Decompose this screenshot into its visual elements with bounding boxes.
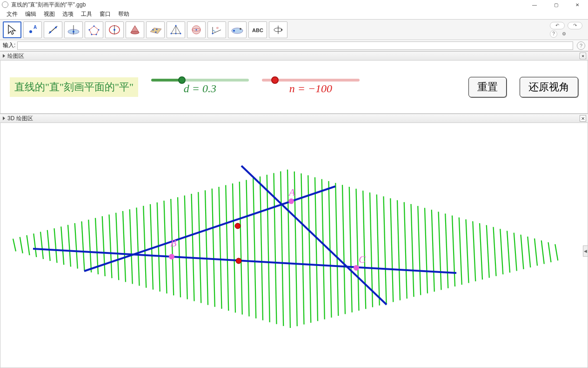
- graphics-view[interactable]: 直线的"直"刻画平面的"平" d = 0.3 n = −100 重置 还原视角: [0, 61, 588, 114]
- tool-circle[interactable]: [85, 21, 103, 38]
- tool-pyramid[interactable]: [167, 21, 185, 38]
- svg-text:α: α: [216, 26, 219, 30]
- heading-text: 直线的"直"刻画平面的"平": [10, 77, 138, 97]
- minimize-button[interactable]: —: [524, 0, 545, 9]
- tool-angle[interactable]: α: [207, 21, 226, 38]
- cursor-icon: [7, 24, 18, 35]
- collapse-icon: [3, 116, 5, 120]
- menu-window[interactable]: 窗口: [97, 9, 114, 19]
- slider-d[interactable]: d = 0.3: [151, 79, 249, 95]
- label-B: B: [170, 237, 176, 249]
- menu-options[interactable]: 选项: [60, 9, 76, 19]
- tool-move[interactable]: [3, 21, 21, 38]
- svg-point-11: [96, 34, 97, 35]
- point-mid-BC[interactable]: [236, 258, 241, 264]
- svg-point-17: [131, 31, 139, 34]
- restore-view-button[interactable]: 还原视角: [520, 77, 578, 97]
- svg-line-93: [404, 202, 407, 299]
- svg-line-85: [349, 187, 352, 313]
- svg-line-106: [494, 227, 496, 276]
- tool-text[interactable]: ABC: [248, 21, 267, 38]
- slider-n-track[interactable]: [262, 79, 360, 82]
- svg-point-0: [29, 30, 32, 33]
- graphics3d-panel-title: 3D 绘图区: [7, 115, 33, 123]
- menu-help[interactable]: 帮助: [115, 9, 132, 19]
- graphics-panel-close[interactable]: ✕: [580, 53, 586, 59]
- graphics3d-panel-header[interactable]: 3D 绘图区 ✕: [0, 114, 588, 123]
- tool-sphere[interactable]: [187, 21, 206, 38]
- slider-d-thumb[interactable]: [178, 76, 186, 84]
- svg-line-112: [535, 239, 537, 266]
- slider-n-thumb[interactable]: [271, 76, 279, 84]
- svg-text:A: A: [33, 25, 37, 30]
- svg-line-52: [123, 211, 126, 282]
- input-field[interactable]: [17, 41, 573, 50]
- graphics3d-view[interactable]: A B C ◀: [0, 123, 588, 368]
- svg-line-79: [308, 175, 311, 323]
- svg-point-27: [196, 29, 197, 30]
- svg-line-47: [88, 220, 91, 273]
- point-C[interactable]: [354, 265, 359, 271]
- tool-rotate-view[interactable]: [269, 21, 287, 38]
- tool-point[interactable]: A: [23, 21, 42, 38]
- line-BC[interactable]: [33, 249, 456, 273]
- point-A[interactable]: [288, 198, 294, 204]
- svg-line-107: [500, 229, 503, 274]
- svg-point-10: [98, 29, 100, 30]
- window-title: 直线的"直"刻画平面的"平".ggb: [11, 1, 86, 9]
- svg-line-44: [68, 225, 71, 267]
- tool-reflect[interactable]: [228, 21, 247, 38]
- menu-edit[interactable]: 编辑: [22, 9, 39, 19]
- pyramid-icon: [169, 24, 183, 35]
- side-tab[interactable]: ◀: [583, 245, 588, 257]
- tool-intersect-surfaces[interactable]: [126, 21, 144, 38]
- menu-tools[interactable]: 工具: [78, 9, 95, 19]
- redo-button[interactable]: ↷: [568, 22, 582, 29]
- maximize-button[interactable]: ▢: [545, 0, 567, 9]
- svg-point-32: [240, 28, 241, 30]
- svg-line-42: [54, 228, 57, 263]
- svg-line-91: [390, 198, 393, 302]
- toolbar-settings-button[interactable]: ⚙: [560, 30, 568, 38]
- svg-line-43: [61, 226, 64, 265]
- svg-line-53: [130, 209, 133, 284]
- svg-line-63: [198, 192, 201, 303]
- svg-line-36: [13, 239, 16, 251]
- close-button[interactable]: ✕: [567, 0, 588, 9]
- slider-n-label: n = −100: [289, 82, 332, 95]
- svg-line-83: [335, 183, 338, 316]
- svg-line-65: [212, 189, 215, 307]
- menu-file[interactable]: 文件: [4, 9, 20, 19]
- svg-line-41: [47, 230, 50, 261]
- svg-line-75: [281, 171, 283, 326]
- line-AC[interactable]: [241, 166, 387, 305]
- tool-plane[interactable]: [146, 21, 165, 38]
- slider-d-track[interactable]: [151, 79, 249, 82]
- scene-3d[interactable]: A B C: [0, 123, 577, 365]
- tool-conic[interactable]: [105, 21, 124, 38]
- reset-button[interactable]: 重置: [468, 77, 507, 97]
- toolbar-help-button[interactable]: ?: [550, 30, 557, 38]
- svg-line-95: [418, 206, 421, 295]
- svg-line-37: [20, 237, 23, 253]
- graphics3d-panel-close[interactable]: ✕: [580, 115, 586, 122]
- perpendicular-icon: [67, 24, 80, 35]
- svg-text:ABC: ABC: [252, 27, 263, 33]
- svg-point-12: [91, 34, 93, 35]
- svg-line-109: [514, 233, 517, 271]
- sphere-icon: [189, 24, 203, 35]
- undo-button[interactable]: ↶: [550, 22, 565, 29]
- slider-n[interactable]: n = −100: [262, 79, 360, 95]
- graphics-panel-header[interactable]: 绘图区 ✕: [0, 51, 588, 61]
- point-B[interactable]: [169, 254, 174, 259]
- svg-line-56: [150, 204, 153, 290]
- menu-view[interactable]: 视图: [41, 9, 58, 19]
- svg-line-60: [178, 197, 180, 297]
- tool-line[interactable]: [44, 21, 62, 38]
- reflect-icon: [230, 24, 244, 35]
- point-mid-AB[interactable]: [235, 223, 241, 229]
- tool-perpendicular[interactable]: [64, 21, 83, 38]
- svg-line-90: [384, 197, 387, 304]
- input-help-button[interactable]: ?: [577, 41, 585, 50]
- svg-line-58: [164, 201, 167, 293]
